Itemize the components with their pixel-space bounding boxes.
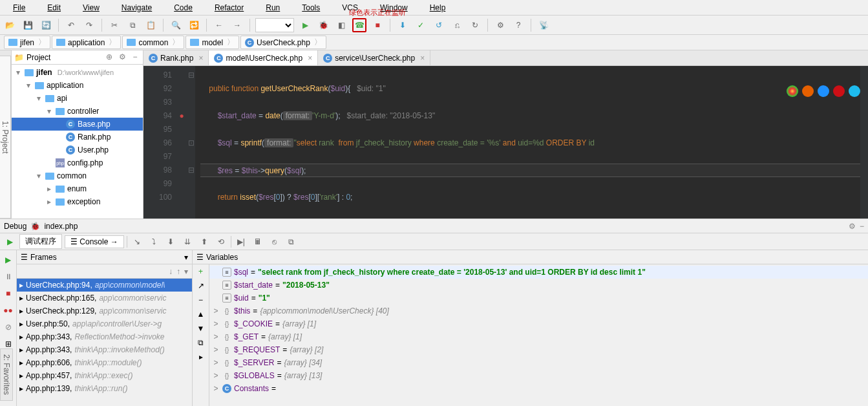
- tree-item[interactable]: CBase.php: [12, 118, 143, 131]
- vcs-history-icon[interactable]: ↺: [432, 18, 446, 32]
- vcs-revert-icon[interactable]: ⎌: [450, 18, 464, 32]
- collapse-icon[interactable]: ⊕: [104, 52, 114, 63]
- frames-menu-icon[interactable]: ▾: [184, 253, 188, 262]
- listen-debug-icon[interactable]: ☎: [352, 18, 366, 32]
- tree-item[interactable]: ▾application: [12, 79, 143, 92]
- down-icon[interactable]: ▼: [197, 324, 205, 333]
- ie-icon[interactable]: [849, 85, 860, 97]
- close-tab-icon[interactable]: ×: [198, 54, 203, 63]
- code-body[interactable]: public function getUserCheckRank($uid){ …: [195, 66, 860, 219]
- settings-icon[interactable]: ⧉: [284, 235, 299, 249]
- error-strip[interactable]: [860, 66, 868, 219]
- vcs-push-icon[interactable]: ↻: [468, 18, 482, 32]
- step-into-icon[interactable]: ⬇: [164, 235, 178, 249]
- frame-item[interactable]: ▸App.php:139, think\App::run(): [17, 382, 192, 395]
- menu-help[interactable]: Help: [419, 2, 456, 14]
- step-over-icon[interactable]: ⤵: [147, 235, 161, 249]
- stop-icon[interactable]: ■: [370, 18, 385, 32]
- replace-icon[interactable]: 🔁: [187, 18, 201, 32]
- breadcrumb-item[interactable]: CUserCheck.php〉: [240, 36, 326, 49]
- tree-item[interactable]: CRank.php: [12, 131, 143, 144]
- variable-item[interactable]: >{} $_REQUEST = {array} [2]: [209, 343, 868, 356]
- variable-item[interactable]: ≡ $sql = "select rank from jf_check_hist…: [209, 266, 868, 279]
- drop-frame-icon[interactable]: ⟲: [214, 235, 228, 249]
- hide-icon[interactable]: −: [860, 222, 864, 231]
- frame-item[interactable]: ▸App.php:457, think\App::exec(): [17, 369, 192, 382]
- frame-item[interactable]: ▸UserCheck.php:129, app\common\servic: [17, 304, 192, 317]
- breadcrumb-item[interactable]: jifen〉: [4, 36, 50, 49]
- deploy-icon[interactable]: 📡: [536, 18, 551, 32]
- run-icon[interactable]: ▶: [298, 18, 312, 32]
- gear-icon[interactable]: ⚙: [849, 222, 856, 231]
- forward-icon[interactable]: →: [230, 18, 244, 32]
- variable-item[interactable]: ≡ $uid = "1": [209, 292, 868, 304]
- sync-icon[interactable]: 🔄: [39, 18, 53, 32]
- view-breakpoints-icon[interactable]: ●●: [3, 304, 14, 316]
- evaluate-icon[interactable]: 🖩: [251, 235, 265, 249]
- variable-item[interactable]: >{} $GLOBALS = {array} [13]: [209, 369, 868, 382]
- variable-item[interactable]: >{} $_SERVER = {array} [34]: [209, 356, 868, 369]
- redo-icon[interactable]: ↷: [82, 18, 96, 32]
- settings-icon[interactable]: ⚙: [493, 18, 507, 32]
- force-step-into-icon[interactable]: ⇊: [180, 235, 195, 249]
- copy-icon[interactable]: ⧉: [125, 18, 140, 32]
- frame-item[interactable]: ▸App.php:606, think\App::module(): [17, 356, 192, 369]
- find-icon[interactable]: 🔍: [169, 18, 183, 32]
- frame-item[interactable]: ▸UserCheck.php:94, app\common\model\: [17, 279, 192, 292]
- menu-refactor[interactable]: Refactor: [204, 2, 254, 14]
- vcs-commit-icon[interactable]: ✓: [414, 18, 428, 32]
- menu-edit[interactable]: Edit: [37, 2, 71, 14]
- close-tab-icon[interactable]: ×: [420, 54, 425, 63]
- add-watch-icon[interactable]: +: [198, 267, 203, 276]
- tree-item[interactable]: ▾api: [12, 92, 143, 105]
- menu-view[interactable]: View: [72, 2, 110, 14]
- favorites-tool-tab[interactable]: 2: Favorites: [0, 348, 13, 401]
- menu-navigate[interactable]: Navigate: [111, 2, 162, 14]
- chrome-icon[interactable]: [787, 85, 798, 97]
- run-config-select[interactable]: [255, 18, 294, 32]
- variable-item[interactable]: ≡ $start_date = "2018-05-13": [209, 279, 868, 292]
- project-tool-tab[interactable]: 1: Project: [0, 56, 11, 219]
- debugger-tab[interactable]: 调试程序: [19, 234, 62, 249]
- rerun-icon[interactable]: ▶: [3, 235, 17, 249]
- opera-icon[interactable]: [833, 85, 845, 97]
- frame-item[interactable]: ▸User.php:50, app\api\controller\User->g: [17, 317, 192, 330]
- tree-item[interactable]: CUser.php: [12, 144, 143, 156]
- undo-icon[interactable]: ↶: [64, 18, 78, 32]
- hide-icon[interactable]: −: [130, 52, 140, 63]
- firefox-icon[interactable]: [802, 85, 814, 97]
- editor-tab[interactable]: Cservice\UserCheck.php×: [318, 50, 430, 65]
- menu-run[interactable]: Run: [255, 2, 290, 14]
- pause-icon[interactable]: ⏸: [3, 271, 14, 283]
- resume-icon[interactable]: ▶: [3, 254, 14, 266]
- stop-icon[interactable]: ■: [3, 288, 14, 299]
- variable-item[interactable]: >{} $this = {app\common\model\UserCheck}…: [209, 304, 868, 317]
- help-icon[interactable]: ?: [511, 18, 525, 32]
- coverage-icon[interactable]: ◧: [334, 18, 348, 32]
- menu-tools[interactable]: Tools: [291, 2, 330, 14]
- variable-item[interactable]: >{} $_GET = {array} [1]: [209, 330, 868, 343]
- close-tab-icon[interactable]: ×: [308, 54, 312, 63]
- console-tab[interactable]: ☰ Console →: [65, 235, 124, 248]
- show-exec-icon[interactable]: ↘: [130, 235, 144, 249]
- save-icon[interactable]: 💾: [21, 18, 35, 32]
- debug-icon[interactable]: 🐞: [316, 18, 330, 32]
- code-editor[interactable]: 919293949596979899100 ● ⊟ ⊡ ⊟ public fun…: [143, 66, 868, 219]
- fold-gutter[interactable]: ⊟ ⊡ ⊟: [187, 66, 195, 219]
- gear-icon[interactable]: ⚙: [117, 52, 127, 63]
- copy-watch-icon[interactable]: ⧉: [198, 338, 204, 347]
- breadcrumb-item[interactable]: application〉: [52, 36, 121, 49]
- safari-icon[interactable]: [818, 85, 829, 97]
- new-watch-icon[interactable]: ↗: [198, 281, 204, 290]
- expand-icon[interactable]: ▸: [199, 352, 203, 361]
- frame-item[interactable]: ▸UserCheck.php:165, app\common\servic: [17, 292, 192, 304]
- tree-item[interactable]: phpconfig.php: [12, 156, 143, 169]
- paste-icon[interactable]: 📋: [143, 18, 158, 32]
- menu-file[interactable]: File: [3, 2, 36, 14]
- vcs-update-icon[interactable]: ⬇: [396, 18, 410, 32]
- variable-item[interactable]: >{} $_COOKIE = {array} [1]: [209, 317, 868, 330]
- up-icon[interactable]: ▲: [197, 310, 205, 319]
- mute-breakpoints-icon[interactable]: ⊘: [3, 321, 14, 333]
- tree-root[interactable]: ▾ jifenD:\work\www\jifen: [12, 66, 143, 79]
- step-out-icon[interactable]: ⬆: [197, 235, 211, 249]
